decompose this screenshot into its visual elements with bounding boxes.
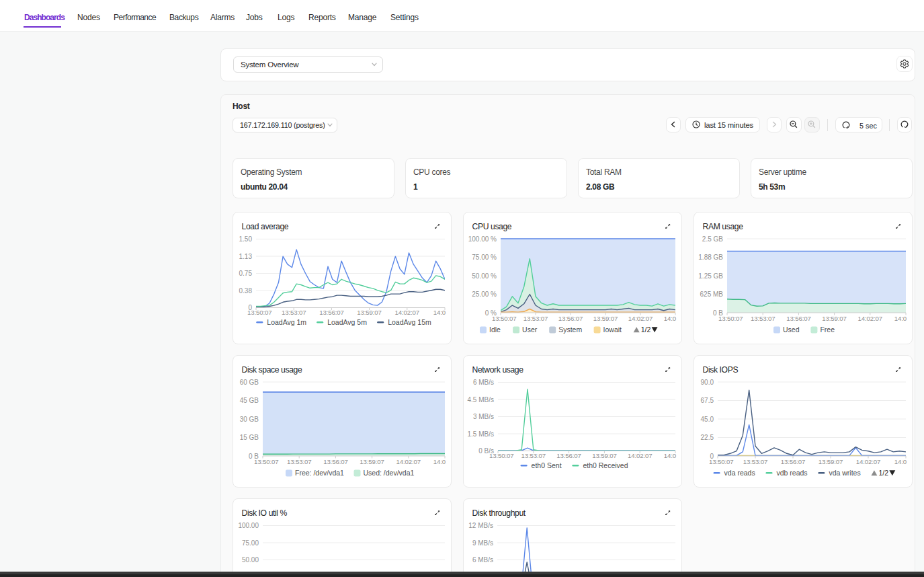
svg-text:12 MB/s: 12 MB/s	[468, 522, 493, 529]
svg-text:vda writes: vda writes	[829, 469, 860, 477]
svg-text:13:50:07: 13:50:07	[254, 457, 279, 465]
svg-text:14:02:07: 14:02:07	[628, 451, 653, 459]
svg-text:625 MB: 625 MB	[700, 291, 724, 298]
svg-text:13:59:07: 13:59:07	[360, 457, 384, 465]
svg-text:13:56:07: 13:56:07	[319, 308, 344, 315]
svg-text:14:02:07: 14:02:07	[396, 457, 421, 465]
svg-text:Disk IO util %: Disk IO util %	[242, 508, 288, 518]
svg-text:25.00 %: 25.00 %	[472, 291, 497, 298]
svg-text:4.5 MB/s: 4.5 MB/s	[468, 395, 494, 403]
svg-text:1.13: 1.13	[239, 252, 253, 260]
svg-text:30 GB: 30 GB	[240, 415, 259, 422]
svg-text:1.5 MB/s: 1.5 MB/s	[468, 430, 494, 437]
svg-text:Disk IOPS: Disk IOPS	[703, 365, 739, 375]
svg-text:eth0 Sent: eth0 Sent	[532, 461, 562, 469]
svg-text:15 GB: 15 GB	[240, 434, 259, 441]
svg-text:0.38: 0.38	[239, 286, 253, 294]
svg-text:14:0: 14:0	[433, 457, 446, 465]
svg-text:Idle: Idle	[489, 325, 501, 334]
svg-text:0.75: 0.75	[239, 270, 253, 277]
svg-text:14:0: 14:0	[894, 314, 907, 321]
svg-text:LoadAvg 5m: LoadAvg 5m	[327, 318, 367, 326]
svg-text:3 MB/s: 3 MB/s	[473, 413, 494, 420]
svg-text:13:59:07: 13:59:07	[357, 308, 382, 315]
svg-text:CPU usage: CPU usage	[472, 222, 512, 231]
svg-text:13:53:07: 13:53:07	[282, 308, 306, 315]
svg-text:13:50:07: 13:50:07	[247, 308, 272, 315]
svg-text:14:0: 14:0	[664, 451, 677, 459]
svg-text:13:56:07: 13:56:07	[786, 314, 811, 321]
svg-text:13:56:07: 13:56:07	[323, 457, 348, 465]
svg-text:13:56:07: 13:56:07	[781, 457, 806, 465]
svg-text:13:59:07: 13:59:07	[593, 314, 618, 321]
svg-text:RAM usage: RAM usage	[703, 222, 744, 231]
svg-text:2.5 GB: 2.5 GB	[702, 235, 723, 242]
svg-text:LoadAvg 1m: LoadAvg 1m	[267, 318, 306, 326]
svg-text:Load average: Load average	[242, 222, 289, 231]
svg-text:Disk throughput: Disk throughput	[472, 508, 526, 518]
svg-text:13:53:07: 13:53:07	[521, 451, 546, 459]
svg-text:13:56:07: 13:56:07	[558, 314, 583, 321]
svg-text:14:02:07: 14:02:07	[395, 308, 420, 315]
svg-text:75.00 %: 75.00 %	[472, 254, 497, 261]
svg-text:13:53:07: 13:53:07	[287, 457, 312, 465]
svg-text:Free: Free	[820, 325, 835, 334]
svg-text:Used: /dev/vda1: Used: /dev/vda1	[364, 469, 415, 477]
svg-text:Network usage: Network usage	[472, 365, 524, 375]
svg-text:Free: /dev/vda1: Free: /dev/vda1	[295, 469, 344, 477]
svg-text:eth0 Received: eth0 Received	[583, 461, 628, 469]
svg-text:50.00 %: 50.00 %	[472, 272, 497, 279]
svg-text:13:50:07: 13:50:07	[489, 451, 514, 459]
svg-text:LoadAvg 15m: LoadAvg 15m	[388, 318, 431, 326]
svg-text:Disk space usage: Disk space usage	[242, 365, 302, 375]
svg-text:Iowait: Iowait	[603, 325, 622, 334]
svg-text:1.25 GB: 1.25 GB	[698, 272, 723, 279]
svg-text:System: System	[558, 325, 582, 334]
svg-text:13:59:07: 13:59:07	[822, 314, 847, 321]
svg-text:14:0: 14:0	[433, 308, 446, 315]
svg-text:13:53:07: 13:53:07	[751, 314, 775, 321]
svg-text:13:50:07: 13:50:07	[492, 314, 517, 321]
svg-text:User: User	[522, 325, 538, 334]
svg-text:14:02:07: 14:02:07	[858, 314, 883, 321]
svg-text:13:53:07: 13:53:07	[523, 314, 548, 321]
svg-text:45.0: 45.0	[701, 415, 714, 422]
svg-text:45 GB: 45 GB	[240, 397, 259, 404]
svg-text:1.50: 1.50	[239, 235, 253, 243]
svg-text:22.5: 22.5	[701, 434, 714, 441]
svg-text:6 MB/s: 6 MB/s	[473, 379, 494, 386]
svg-text:9 MB/s: 9 MB/s	[472, 539, 493, 547]
svg-text:14:0: 14:0	[664, 314, 677, 321]
svg-text:14:02:07: 14:02:07	[628, 314, 653, 321]
svg-text:14:0: 14:0	[894, 457, 907, 465]
svg-text:13:50:07: 13:50:07	[718, 314, 743, 321]
svg-text:Used: Used	[783, 325, 800, 334]
svg-text:13:50:07: 13:50:07	[709, 457, 734, 465]
svg-text:60 GB: 60 GB	[240, 378, 259, 385]
svg-text:14:02:07: 14:02:07	[856, 457, 881, 465]
svg-text:13:59:07: 13:59:07	[818, 457, 843, 465]
svg-text:100.00: 100.00	[238, 522, 259, 529]
svg-text:13:59:07: 13:59:07	[592, 451, 617, 459]
svg-text:1/2: 1/2	[641, 325, 651, 334]
svg-text:13:53:07: 13:53:07	[743, 457, 768, 465]
svg-text:vdb reads: vdb reads	[777, 469, 808, 477]
svg-text:67.5: 67.5	[701, 397, 714, 404]
svg-text:1/2: 1/2	[878, 469, 888, 477]
svg-text:vda reads: vda reads	[724, 469, 755, 477]
svg-text:75.00: 75.00	[242, 539, 259, 547]
svg-text:100.00 %: 100.00 %	[468, 235, 497, 242]
svg-text:13:56:07: 13:56:07	[556, 451, 581, 459]
svg-text:1.88 GB: 1.88 GB	[698, 254, 723, 261]
svg-text:90.0: 90.0	[701, 378, 714, 385]
svg-text:50.00: 50.00	[242, 556, 259, 564]
svg-text:6 MB/s: 6 MB/s	[472, 556, 493, 564]
